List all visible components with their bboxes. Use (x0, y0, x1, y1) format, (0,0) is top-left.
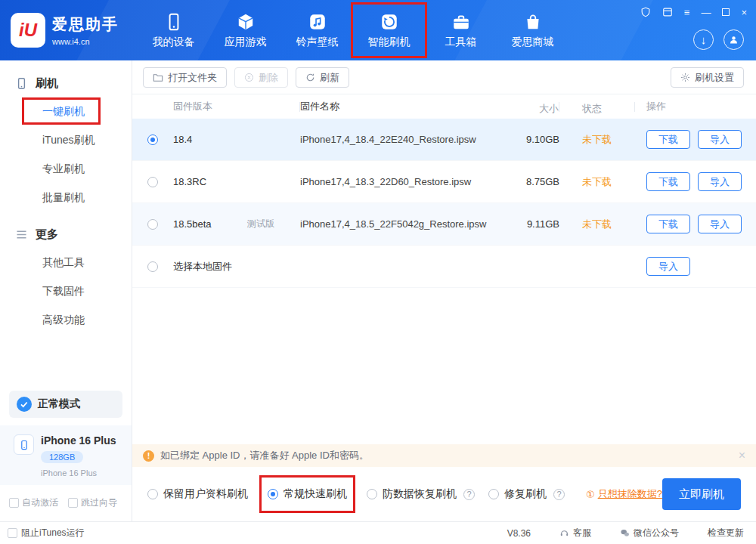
option-keep-user-data[interactable]: 保留用户资料刷机 (147, 487, 248, 501)
import-button[interactable]: 导入 (646, 257, 690, 276)
option-anti-data-recovery[interactable]: 防数据恢复刷机 ? (367, 487, 475, 501)
sidebar-item-other-tools[interactable]: 其他工具 (0, 248, 132, 277)
nav-label: 我的设备 (153, 36, 195, 49)
help-icon[interactable]: ? (553, 489, 565, 500)
firmware-size: 9.10GB (487, 134, 559, 145)
gear-icon (680, 73, 690, 82)
header-version: 固件版本 (173, 100, 247, 113)
app-url: www.i4.cn (52, 37, 119, 46)
main-nav: 我的设备 应用游戏 铃声壁纸 智能刷机 工具箱 爱思商城 (138, 0, 569, 60)
import-button[interactable]: 导入 (698, 172, 742, 191)
main-content: 打开文件夹 删除 刷新 刷机设置 固件版本 固件名 (132, 60, 756, 521)
download-button[interactable]: 下载 (646, 172, 690, 191)
device-phone-icon (14, 434, 34, 455)
notice-text: 如已绑定 Apple ID，请准备好 Apple ID和密码。 (160, 449, 369, 462)
header-actions: 操作 (635, 100, 756, 113)
nav-label: 铃声壁纸 (296, 36, 339, 49)
connected-device-panel: iPhone 16 Plus 128GB iPhone 16 Plus (0, 425, 132, 485)
firmware-name: iPhone17,4_18.3_22D60_Restore.ipsw (300, 176, 487, 187)
firmware-radio[interactable] (147, 177, 158, 187)
nav-label: 智能刷机 (368, 36, 411, 49)
check-update-link[interactable]: 检查更新 (708, 527, 744, 539)
open-folder-button[interactable]: 打开文件夹 (143, 67, 227, 88)
firmware-radio[interactable] (147, 219, 158, 230)
normal-mode-icon (17, 397, 32, 412)
flash-now-button[interactable]: 立即刷机 (662, 478, 741, 510)
firmware-row: 18.5beta 测试版 iPhone17,4_18.5_22F5042g_Re… (132, 203, 756, 246)
sidebar-item-download-firmware[interactable]: 下载固件 (0, 277, 132, 305)
firmware-row: 18.4 iPhone17,4_18.4_22E240_Restore.ipsw… (132, 119, 756, 161)
headset-icon (559, 528, 569, 538)
firmware-version: 18.3RC (173, 176, 247, 187)
delete-button[interactable]: 删除 (234, 67, 288, 88)
download-button[interactable]: 下载 (646, 130, 690, 149)
nav-my-devices[interactable]: 我的设备 (138, 5, 209, 56)
smart-flash-icon (380, 12, 399, 32)
nav-toolbox[interactable]: 工具箱 (425, 5, 497, 56)
flash-mode-options: 保留用户资料刷机 常规快速刷机 防数据恢复刷机 ? 修复刷机 ? ① (132, 467, 756, 521)
close-icon[interactable]: × (741, 8, 747, 17)
nav-store[interactable]: 爱思商城 (497, 5, 569, 56)
download-manager-icon[interactable]: ↓ (693, 29, 714, 50)
info-icon: ① (586, 489, 595, 500)
sidebar-item-advanced-features[interactable]: 高级功能 (0, 305, 132, 334)
header-size: 大小 (487, 102, 559, 112)
firmware-status: 未下载 (582, 134, 612, 145)
device-icon (164, 12, 184, 32)
sidebar-item-pro-flash[interactable]: 专业刷机 (0, 154, 132, 183)
menu-icon[interactable]: ≡ (684, 8, 690, 17)
phone-icon (15, 77, 28, 90)
firmware-name: iPhone17,4_18.4_22E240_Restore.ipsw (300, 134, 487, 145)
maximize-icon[interactable] (722, 8, 730, 16)
local-firmware-label: 选择本地固件 (173, 260, 247, 274)
firmware-version: 18.4 (173, 134, 247, 145)
wechat-account-link[interactable]: 微信公众号 (620, 527, 679, 539)
customer-service-link[interactable]: 客服 (559, 527, 591, 539)
feedback-icon[interactable] (640, 7, 651, 17)
nav-label: 爱思商城 (512, 36, 554, 49)
help-icon[interactable]: ? (463, 489, 475, 500)
nav-apps-games[interactable]: 应用游戏 (209, 5, 281, 56)
skip-setup-checkbox[interactable]: 跳过向导 (68, 496, 117, 509)
option-repair-flash[interactable]: 修复刷机 ? (488, 487, 565, 501)
erase-data-link[interactable]: ① 只想抹除数据? (586, 487, 662, 501)
beta-badge: 测试版 (247, 218, 300, 230)
import-button[interactable]: 导入 (698, 130, 742, 149)
sidebar-item-one-click-flash[interactable]: 一键刷机 (0, 97, 132, 125)
music-note-icon (308, 12, 327, 32)
sidebar-item-batch-flash[interactable]: 批量刷机 (0, 183, 132, 212)
minimize-icon[interactable]: — (701, 8, 711, 17)
theme-icon[interactable] (662, 7, 673, 17)
download-button[interactable]: 下载 (646, 215, 690, 233)
option-radio[interactable] (367, 489, 377, 499)
notice-close-icon[interactable]: × (739, 449, 745, 462)
sidebar-item-itunes-flash[interactable]: iTunes刷机 (0, 125, 132, 154)
option-radio[interactable] (147, 489, 158, 499)
header-status: 状态 (559, 102, 635, 112)
option-radio[interactable] (488, 489, 499, 499)
option-radio[interactable] (268, 489, 278, 499)
flash-settings-button[interactable]: 刷机设置 (671, 67, 744, 88)
nav-smart-flash[interactable]: 智能刷机 (353, 5, 425, 56)
titlebar: iU 爱思助手 www.i4.cn 我的设备 应用游戏 铃声壁纸 智能刷机 (0, 0, 756, 60)
table-header: 固件版本 固件名称 大小 状态 操作 (132, 94, 756, 119)
device-capacity-badge: 128GB (41, 451, 83, 463)
import-button[interactable]: 导入 (698, 215, 742, 233)
sidebar-section-flash: 刷机 (0, 70, 132, 97)
status-bar: 阻止iTunes运行 V8.36 客服 微信公众号 检查更新 (0, 521, 756, 544)
firmware-radio[interactable] (147, 134, 158, 145)
delete-icon (244, 73, 254, 82)
option-normal-fast-flash[interactable]: 常规快速刷机 (262, 478, 353, 511)
firmware-version: 18.5beta (173, 218, 247, 230)
auto-activate-checkbox[interactable]: 自动激活 (9, 496, 58, 509)
toolbox-icon (451, 12, 471, 32)
refresh-button[interactable]: 刷新 (296, 67, 349, 88)
app-name: 爱思助手 (52, 14, 119, 35)
user-account-icon[interactable] (723, 29, 744, 50)
local-firmware-row: 选择本地固件 导入 (132, 246, 756, 288)
firmware-status: 未下载 (582, 176, 612, 187)
firmware-status: 未下载 (582, 218, 612, 230)
nav-ringtones-wallpapers[interactable]: 铃声壁纸 (281, 5, 353, 56)
block-itunes-checkbox[interactable]: 阻止iTunes运行 (8, 527, 85, 539)
firmware-radio[interactable] (147, 261, 158, 272)
